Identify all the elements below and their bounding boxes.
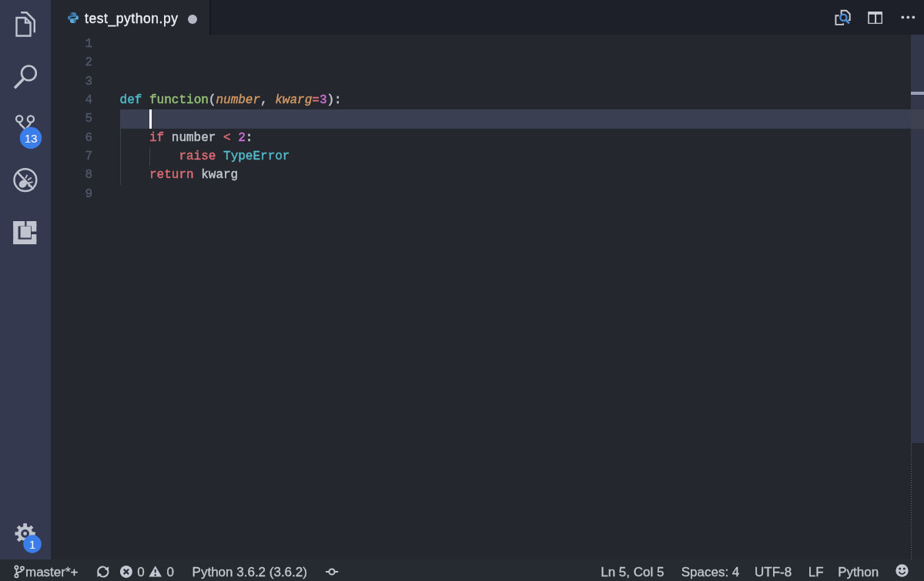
svg-text:1: 1 — [29, 538, 35, 551]
svg-text:13: 13 — [25, 132, 38, 145]
